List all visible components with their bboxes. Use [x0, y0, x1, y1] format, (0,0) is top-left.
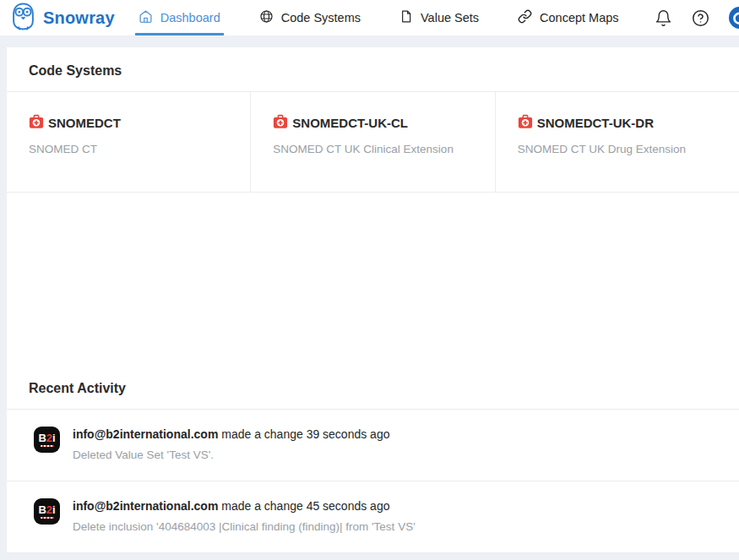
main-nav: Dashboard Code Systems Value Sets: [135, 0, 655, 35]
activity-user: info@b2international.com: [73, 499, 218, 513]
code-system-description: SNOMED CT: [29, 143, 230, 155]
activity-item: B2i info@b2international.com made a chan…: [7, 410, 739, 481]
code-system-description: SNOMED CT UK Drug Extension: [518, 143, 719, 155]
brand-logo[interactable]: Snowray: [0, 0, 123, 35]
activity-user: info@b2international.com: [73, 427, 218, 441]
medkit-icon: [29, 114, 44, 132]
code-system-card-snomedct-uk-cl[interactable]: SNOMEDCT-UK-CL SNOMED CT UK Clinical Ext…: [251, 92, 495, 192]
activity-content: info@b2international.com made a change 3…: [73, 427, 389, 461]
app-header: Snowray Dashboard Code Systems: [0, 0, 739, 35]
activity-title: info@b2international.com made a change 4…: [73, 498, 416, 513]
code-system-name: SNOMEDCT: [48, 116, 121, 130]
b2i-avatar-strip: [41, 445, 54, 447]
tab-code-systems[interactable]: Code Systems: [256, 0, 364, 35]
activity-title: info@b2international.com made a change 3…: [73, 427, 389, 441]
code-system-card-snomedct-uk-dr[interactable]: SNOMEDCT-UK-DR SNOMED CT UK Drug Extensi…: [496, 92, 739, 192]
main-panel: Code Systems SNOMEDCT SNOMED CT: [7, 47, 739, 553]
activity-item: B2i info@b2international.com made a chan…: [7, 481, 739, 553]
tab-label: Concept Maps: [540, 11, 619, 24]
activity-detail: Deleted Value Set 'Test VS'.: [73, 449, 389, 461]
tab-value-sets[interactable]: Value Sets: [396, 0, 482, 35]
medkit-icon: [273, 114, 288, 132]
bell-icon[interactable]: [655, 9, 672, 27]
content-spacer: [7, 193, 739, 365]
globe-icon: [259, 9, 274, 26]
help-icon[interactable]: [692, 9, 709, 27]
code-systems-heading: Code Systems: [7, 47, 739, 92]
medkit-icon: [518, 114, 533, 132]
power-icon[interactable]: [729, 7, 739, 29]
tab-label: Value Sets: [421, 11, 479, 24]
b2i-avatar: B2i: [34, 498, 60, 525]
activity-meta: made a change 45 seconds ago: [221, 499, 389, 513]
code-system-name: SNOMEDCT-UK-DR: [537, 116, 654, 130]
code-system-card-snomedct[interactable]: SNOMEDCT SNOMED CT: [7, 92, 251, 192]
home-icon: [139, 9, 153, 26]
tab-label: Code Systems: [281, 11, 361, 24]
header-actions: [655, 0, 739, 35]
activity-meta: made a change 39 seconds ago: [221, 427, 389, 441]
activity-content: info@b2international.com made a change 4…: [73, 498, 416, 533]
tab-label: Dashboard: [160, 11, 220, 24]
recent-activity-heading: Recent Activity: [7, 365, 739, 410]
code-system-name: SNOMEDCT-UK-CL: [292, 116, 408, 130]
code-system-description: SNOMED CT UK Clinical Extension: [273, 143, 474, 155]
document-icon: [399, 9, 413, 26]
link-icon: [518, 9, 532, 26]
code-systems-cards: SNOMEDCT SNOMED CT SNOMEDCT-UK-CL SNOMED…: [7, 92, 739, 193]
b2i-avatar-text: B2i: [38, 432, 55, 443]
tab-concept-maps[interactable]: Concept Maps: [514, 0, 622, 35]
tab-dashboard[interactable]: Dashboard: [135, 0, 224, 35]
b2i-avatar-strip: [41, 517, 54, 519]
activity-detail: Delete inclusion '404684003 |Clinical fi…: [73, 520, 416, 533]
owl-logo-icon: [10, 2, 36, 35]
b2i-avatar-text: B2i: [38, 504, 55, 515]
b2i-avatar: B2i: [34, 427, 60, 453]
brand-name: Snowray: [43, 8, 115, 28]
